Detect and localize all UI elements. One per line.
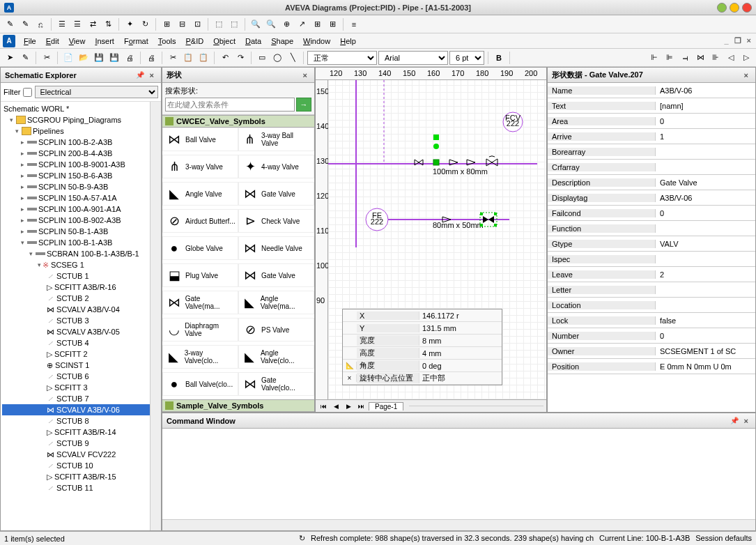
shape-item[interactable]: ⋈Needle Valve — [238, 236, 314, 260]
property-row[interactable]: Text[namn] — [548, 98, 755, 114]
maximize-button[interactable] — [730, 3, 739, 13]
align-icon[interactable]: ⋈ — [693, 51, 707, 65]
print-icon[interactable]: 🖨 — [144, 51, 158, 65]
close-props-icon[interactable]: × — [741, 71, 751, 79]
tool-icon[interactable]: ☰ — [70, 17, 84, 31]
shape-item[interactable]: ⋈Gate Valve — [238, 263, 314, 287]
line-icon[interactable]: ╲ — [286, 51, 300, 65]
property-row[interactable]: PositionE 0mm N 0mm U 0m — [548, 359, 755, 374]
tool-icon[interactable]: ≡ — [347, 17, 361, 31]
tree-item[interactable]: ⟋ SCTUB 8 — [2, 415, 160, 427]
tree-item[interactable]: ▷ SCFITT A3B/R-15 — [2, 471, 160, 482]
style-combo[interactable]: 正常 — [307, 51, 377, 65]
align-icon[interactable]: ⊪ — [709, 51, 723, 65]
tree-item[interactable]: ▷ SCFITT 2 — [2, 348, 160, 360]
tree-item[interactable]: ⋈ SCVALV A3B/V-06 — [2, 404, 160, 415]
tree-pipeline[interactable]: ▸SCPLIN 50-B-9-A3B — [2, 181, 160, 192]
property-row[interactable]: Function — [548, 221, 755, 236]
property-row[interactable]: Ispec — [548, 252, 755, 267]
tool-icon[interactable]: ↻ — [138, 17, 152, 31]
menu-format[interactable]: Format — [120, 36, 153, 47]
size-position-panel[interactable]: X146.1172 rY131.5 mm宽度8 mm高度4 mm📐角度0 deg… — [342, 309, 502, 385]
print-icon[interactable]: 🖨 — [123, 51, 137, 65]
grid-icon[interactable]: ⊟ — [175, 17, 189, 31]
tree-item[interactable]: ⋈ SCVALV FCV222 — [2, 449, 160, 460]
tree-item[interactable]: ⟋ SCTUB 7 — [2, 393, 160, 404]
tree-branch[interactable]: ▾SCBRAN 100-B-1-A3B/B-1 — [2, 248, 160, 259]
shape-item[interactable]: ⋈Ball Valve — [162, 128, 238, 151]
shape-item[interactable]: ⋔3-way Ball Valve — [238, 128, 314, 151]
tree-seg[interactable]: ▾※ SCSEG 1 — [2, 259, 160, 270]
tree-item[interactable]: ⋈ SCVALV A3B/V-05 — [2, 326, 160, 337]
minimize-button[interactable] — [717, 3, 727, 13]
tree-scrollbar[interactable] — [150, 102, 161, 530]
tool-icon[interactable]: ☰ — [55, 17, 69, 31]
tool-icon[interactable]: ↗ — [295, 17, 309, 31]
menu-window[interactable]: Window — [299, 36, 334, 47]
tool-icon[interactable]: ⊞ — [310, 17, 324, 31]
close-panel-icon[interactable]: × — [147, 71, 157, 79]
tab-prev-icon[interactable]: ◀ — [331, 403, 341, 410]
property-row[interactable]: Lockfalse — [548, 313, 755, 328]
save-icon[interactable]: 💾 — [92, 51, 106, 65]
tree-item[interactable]: ⋈ SCVALV A3B/V-04 — [2, 304, 160, 315]
menu-data[interactable]: Data — [241, 36, 265, 47]
shape-item[interactable]: ●Globe Valve — [162, 236, 238, 260]
search-go-button[interactable]: → — [296, 98, 311, 112]
menu-help[interactable]: Help — [336, 36, 360, 47]
menu-pid[interactable]: P&ID — [181, 36, 208, 47]
align-icon[interactable]: ⊩ — [647, 51, 661, 65]
shape-item[interactable]: ◡Diaphragm Valve — [162, 318, 238, 341]
tree-pipeline[interactable]: ▸SCPLIN 100-B-902-A3B — [2, 215, 160, 226]
rect-icon[interactable]: ▭ — [255, 51, 269, 65]
tab-next-icon[interactable]: ▶ — [344, 403, 353, 410]
menu-shape[interactable]: Shape — [267, 36, 298, 47]
property-row[interactable]: Leave2 — [548, 267, 755, 282]
shapes-category[interactable]: CWCEC_Valve_Symbols — [162, 115, 314, 128]
align-icon[interactable]: ◁ — [724, 51, 738, 65]
sizepos-row[interactable]: 宽度8 mm — [343, 335, 502, 347]
tool-icon[interactable]: ✦ — [123, 17, 137, 31]
menu-tools[interactable]: Tools — [154, 36, 180, 47]
pin-icon[interactable]: 📌 — [730, 417, 739, 424]
menu-edit[interactable]: Edit — [42, 36, 63, 47]
saveall-icon[interactable]: 💾 — [107, 51, 121, 65]
tree-pipeline[interactable]: ▸SCPLIN 100-B-9001-A3B — [2, 159, 160, 170]
filter-checkbox[interactable] — [23, 88, 32, 97]
close-shapes-icon[interactable]: × — [300, 71, 310, 79]
select-icon[interactable]: ⬚ — [212, 17, 226, 31]
property-row[interactable]: Failcond0 — [548, 206, 755, 221]
redo-icon[interactable]: ↷ — [233, 51, 247, 65]
tree-item[interactable]: ⟋ SCTUB 10 — [2, 460, 160, 471]
app-menu-icon[interactable]: A — [3, 35, 15, 47]
shape-item[interactable]: ◣Angle Valve(clo... — [238, 345, 314, 369]
property-row[interactable]: Crfarray — [548, 160, 755, 175]
shape-item[interactable]: ⊳Check Valve — [238, 209, 314, 233]
shape-item[interactable]: ●Ball Valve(clo... — [162, 372, 238, 396]
grid-icon[interactable]: ⊞ — [160, 17, 173, 31]
tree-pipeline[interactable]: ▸SCPLIN 50-B-1-A3B — [2, 226, 160, 237]
mdi-restore-icon[interactable]: ❐ — [732, 36, 743, 45]
mdi-close-icon[interactable]: × — [745, 36, 753, 45]
grid-icon[interactable]: ⊡ — [190, 17, 204, 31]
tree-item[interactable]: ▷ SCFITT A3B/R-16 — [2, 282, 160, 293]
tree-item[interactable]: ⟋ SCTUB 3 — [2, 315, 160, 326]
shape-item[interactable]: ⋈Gate Valve(clo... — [238, 372, 314, 396]
shape-item[interactable]: ⊘PS Valve — [238, 318, 314, 341]
property-row[interactable]: Number0 — [548, 328, 755, 344]
tree-item[interactable]: ⟋ SCTUB 4 — [2, 337, 160, 348]
copy-icon[interactable]: 📋 — [181, 51, 195, 65]
shapes-category[interactable]: Sample_Valve_Symbols — [162, 399, 314, 412]
cut-icon[interactable]: ✂ — [166, 51, 180, 65]
tool-icon[interactable]: ⇅ — [101, 17, 115, 31]
open-icon[interactable]: 📂 — [77, 51, 91, 65]
paste-icon[interactable]: 📋 — [196, 51, 210, 65]
tree-item[interactable]: ▷ SCFITT A3B/R-14 — [2, 427, 160, 438]
shape-item[interactable]: ✦4-way Valve — [238, 155, 314, 178]
tool-icon[interactable]: ✎ — [18, 17, 32, 31]
property-row[interactable]: DisplaytagA3B/V-06 — [548, 190, 755, 206]
zoom-icon[interactable]: 🔍 — [264, 17, 278, 31]
sizepos-row[interactable]: 高度4 mm — [343, 347, 502, 360]
tree-item[interactable]: ⟋ SCTUB 2 — [2, 293, 160, 304]
tree-pipeline[interactable]: ▾SCPLIN 100-B-1-A3B — [2, 237, 160, 248]
